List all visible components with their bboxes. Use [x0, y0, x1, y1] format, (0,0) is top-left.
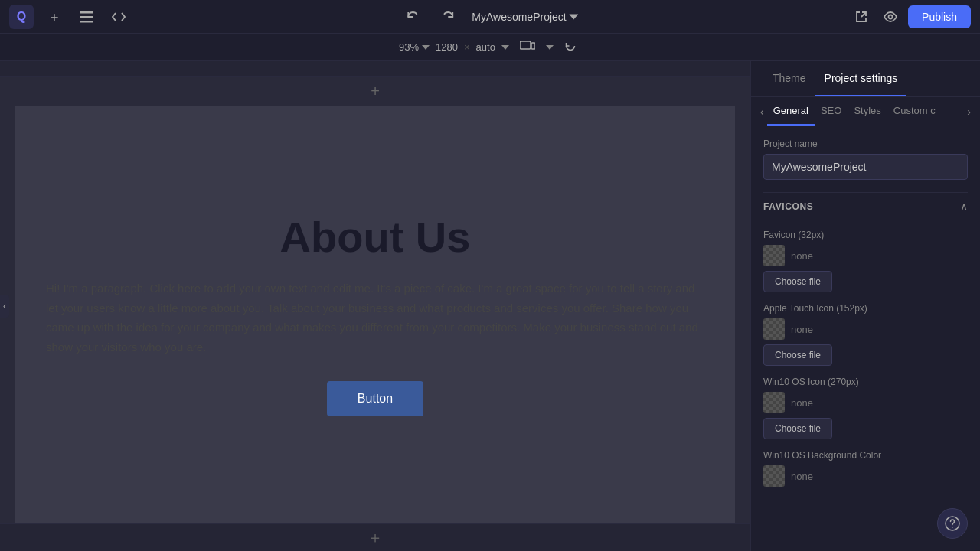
zoom-value: 93% — [399, 41, 419, 53]
layers-button[interactable] — [75, 5, 98, 28]
page-body-text[interactable]: Hi! I'm a paragraph. Click here to add y… — [46, 279, 704, 357]
svg-rect-6 — [531, 43, 535, 49]
svg-point-4 — [889, 15, 893, 18]
svg-rect-5 — [520, 41, 531, 49]
apple-touch-label: Apple Touch Icon (152px) — [763, 303, 968, 314]
toolbar-right: Publish — [850, 5, 971, 28]
add-section-top-button[interactable]: + — [371, 83, 380, 100]
ruler — [0, 61, 750, 77]
svg-rect-1 — [80, 16, 93, 18]
apple-touch-preview — [763, 318, 785, 340]
subtab-styles[interactable]: Styles — [848, 97, 887, 126]
win10-os-input-row: none — [763, 392, 968, 413]
help-button[interactable] — [937, 508, 968, 539]
favicon-32-row: Favicon (32px) none Choose file — [763, 230, 968, 292]
redo-button[interactable] — [436, 5, 459, 28]
code-button[interactable] — [107, 5, 130, 28]
undo-button[interactable] — [401, 5, 424, 28]
favicon-32-choose-button[interactable]: Choose file — [763, 271, 832, 292]
publish-button[interactable]: Publish — [908, 5, 971, 28]
page-button[interactable]: Button — [327, 381, 423, 416]
device-selector[interactable] — [515, 37, 540, 57]
win10-bg-row: Win10 OS Background Color none — [763, 450, 968, 487]
device-dropdown-icon — [546, 45, 554, 50]
win10-os-preview — [763, 392, 785, 413]
project-name-text: MyAwesomeProject — [472, 11, 566, 23]
canvas-controls: 93% 1280 × auto — [399, 37, 581, 57]
favicons-section-toggle[interactable]: ∧ — [960, 201, 968, 213]
add-button[interactable]: ＋ — [43, 3, 66, 31]
svg-point-8 — [952, 527, 953, 528]
win10-os-label: Win10 OS Icon (270px) — [763, 377, 968, 387]
canvas-toolbar: 93% 1280 × auto — [0, 34, 980, 61]
toolbar-left: Q ＋ — [9, 3, 130, 31]
height-dropdown-icon — [501, 45, 509, 50]
toolbar: Q ＋ — [0, 0, 980, 34]
win10-os-row: Win10 OS Icon (270px) none Choose file — [763, 377, 968, 439]
win10-bg-preview — [763, 465, 785, 487]
canvas-height: auto — [476, 41, 495, 53]
project-name-dropdown[interactable]: MyAwesomeProject — [472, 11, 578, 23]
favicon-32-input-row: none — [763, 245, 968, 266]
favicon-32-value: none — [791, 250, 813, 262]
win10-bg-value: none — [791, 471, 813, 482]
left-panel-toggle[interactable]: ‹ — [0, 295, 9, 318]
refresh-button[interactable] — [560, 37, 581, 57]
panel-content: Project name FAVICONS ∧ Favicon (32px) n… — [751, 126, 980, 551]
apple-touch-row: Apple Touch Icon (152px) none Choose fil… — [763, 303, 968, 366]
canvas-area: ‹ + About Us Hi! I'm a paragraph. Click … — [0, 61, 750, 551]
subtab-general[interactable]: General — [767, 97, 815, 126]
win10-bg-input-row: none — [763, 465, 968, 487]
panel-top-tabs: Theme Project settings — [751, 61, 980, 97]
toolbar-center: MyAwesomeProject — [401, 5, 578, 28]
apple-touch-value: none — [791, 324, 813, 335]
sub-tabs-back-button[interactable]: ‹ — [757, 99, 767, 124]
zoom-control[interactable]: 93% — [399, 41, 430, 53]
canvas-width: 1280 — [436, 41, 458, 53]
bottom-canvas-bar: ＋ — [0, 523, 750, 551]
panel-sub-tabs: ‹ General SEO Styles Custom c › — [751, 97, 980, 126]
external-link-button[interactable] — [850, 5, 873, 28]
apple-touch-input-row: none — [763, 318, 968, 340]
sub-tabs-next-button[interactable]: › — [964, 99, 974, 124]
project-name-label: Project name — [763, 139, 968, 149]
favicons-section-title: FAVICONS — [763, 201, 813, 212]
logo-button[interactable]: Q — [9, 5, 34, 29]
win10-os-value: none — [791, 397, 813, 409]
preview-button[interactable] — [879, 5, 902, 28]
win10-bg-label: Win10 OS Background Color — [763, 450, 968, 461]
favicons-section-header[interactable]: FAVICONS ∧ — [763, 192, 968, 220]
add-section-bottom-button[interactable]: ＋ — [368, 527, 383, 548]
win10-os-choose-button[interactable]: Choose file — [763, 418, 832, 439]
about-us-section: About Us Hi! I'm a paragraph. Click here… — [15, 168, 735, 463]
page-preview: About Us Hi! I'm a paragraph. Click here… — [15, 106, 735, 523]
favicon-32-preview — [763, 245, 785, 266]
page-title[interactable]: About Us — [280, 214, 471, 261]
apple-touch-choose-button[interactable]: Choose file — [763, 344, 832, 366]
tab-theme[interactable]: Theme — [763, 61, 815, 96]
main-content: ‹ + About Us Hi! I'm a paragraph. Click … — [0, 61, 980, 551]
add-section-top[interactable]: + — [0, 77, 750, 106]
subtab-custom[interactable]: Custom c — [887, 97, 942, 126]
right-panel: Theme Project settings ‹ General SEO Sty… — [750, 61, 980, 551]
dimension-separator: × — [464, 41, 470, 53]
svg-rect-0 — [80, 11, 93, 14]
subtab-seo[interactable]: SEO — [815, 97, 848, 126]
project-name-input[interactable] — [763, 154, 968, 180]
svg-rect-2 — [80, 21, 93, 23]
tab-project-settings[interactable]: Project settings — [815, 61, 907, 96]
favicon-32-label: Favicon (32px) — [763, 230, 968, 240]
